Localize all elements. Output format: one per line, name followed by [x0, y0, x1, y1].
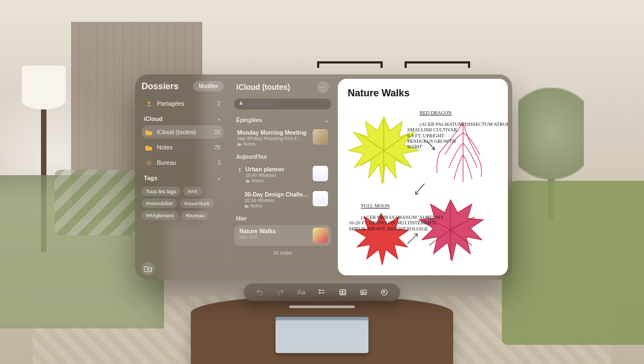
wall-frame	[317, 61, 383, 68]
tag-nourriture[interactable]: #nourriture	[180, 199, 214, 208]
note-item-nature-walks[interactable]: Nature Walks Hier #Art	[234, 225, 331, 246]
more-button[interactable]: ···	[471, 80, 485, 94]
window-actions: ···	[451, 80, 505, 94]
note-item-design-challenge[interactable]: 30-Day Design Challenge 10:34 #Bureau No…	[234, 188, 331, 211]
folder-icloud-all[interactable]: iCloud (toutes) 28	[142, 125, 224, 138]
chevron-down-icon: ⌄	[217, 175, 221, 181]
window-grab-handle[interactable]	[289, 305, 355, 308]
svg-point-7	[319, 292, 320, 293]
note-sketch-area[interactable]: RED DRAGON (ACER PALMATUM 'DISSECTUM ATR…	[348, 105, 498, 263]
note-title: Monday Morning Meeting	[237, 129, 309, 136]
note-meta: Hier #Policy #Housing #Art #…	[237, 136, 309, 141]
gear-icon	[145, 159, 153, 166]
wall-frame	[405, 61, 470, 68]
icloud-section-label: iCloud	[144, 115, 162, 122]
shared-indicator-icon	[237, 167, 242, 174]
folder-label: iCloud (toutes)	[157, 129, 196, 135]
folder-label: Notes	[157, 144, 173, 151]
mic-icon	[238, 101, 244, 107]
search-input[interactable]	[247, 101, 327, 107]
list-more-button[interactable]: ···	[317, 81, 329, 93]
note-meta: Hier #Art	[239, 234, 309, 240]
arrow-icon	[405, 230, 421, 247]
redo-button	[274, 287, 286, 297]
shared-icon	[145, 100, 153, 107]
note-thumbnail	[313, 191, 328, 206]
icloud-section-toggle[interactable]: iCloud ⌄	[142, 112, 224, 123]
shared-folder-row[interactable]: Partagées 2	[142, 97, 224, 110]
search-field[interactable]	[234, 99, 331, 109]
arrow-icon	[421, 137, 438, 154]
note-editor[interactable]: Nature Walks	[338, 79, 508, 275]
note-item-monday-meeting[interactable]: Monday Morning Meeting Hier #Policy #Hou…	[234, 126, 331, 149]
undo-button	[254, 287, 266, 297]
checklist-button[interactable]	[316, 287, 328, 297]
svg-point-10	[362, 291, 363, 292]
svg-point-3	[239, 169, 241, 170]
tags-container: Tous les tags #Art #Immobilier #nourritu…	[142, 184, 224, 222]
format-button[interactable]: Aa	[295, 287, 307, 297]
notes-list-column: iCloud (toutes) ··· Épinglées ⌄ Monday M…	[229, 74, 336, 280]
folder-icon	[145, 143, 153, 151]
folder-count: 28	[214, 145, 220, 151]
folder-bureau[interactable]: Bureau 3	[142, 156, 224, 169]
note-item-urban-planner[interactable]: Urban planner 10:40 #Bureau Notes	[234, 163, 331, 186]
annotation-title: FULL MOON	[361, 203, 390, 209]
note-title: 30-Day Design Challenge	[244, 191, 309, 198]
sidebar-title: Dossiers	[142, 82, 179, 91]
tag-reglement[interactable]: #Règlement	[142, 211, 178, 220]
folder-count: 28	[214, 129, 220, 135]
note-title: Urban planner	[245, 166, 309, 172]
new-folder-button[interactable]	[142, 262, 155, 275]
note-thumbnail	[313, 228, 328, 243]
floor-lamp	[11, 66, 77, 153]
group-label-text: Épinglées	[236, 117, 262, 123]
svg-point-1	[148, 161, 149, 163]
notes-window: Dossiers Modifier Partagées 2 iCloud ⌄ i…	[135, 74, 512, 280]
armchair	[502, 181, 644, 345]
tags-section-toggle[interactable]: Tags ⌄	[142, 171, 224, 182]
tag-art[interactable]: #Art	[183, 187, 201, 196]
arrow-icon	[412, 181, 429, 198]
note-thumbnail	[313, 129, 328, 145]
editor-toolbar: Aa	[244, 284, 400, 301]
note-title: Nature Walks	[239, 228, 309, 234]
share-button[interactable]	[451, 80, 465, 94]
shared-label: Partagées	[157, 100, 184, 107]
svg-rect-9	[361, 290, 367, 294]
compose-button[interactable]	[490, 80, 505, 94]
svg-point-0	[148, 101, 150, 103]
tags-section-label: Tags	[144, 175, 157, 181]
annotation-body: (ACER SHIRASAWANUM 'AUREUM') 16-20 FT. G…	[349, 215, 443, 232]
note-meta: 10:34 #Bureau	[244, 198, 309, 203]
note-folder: Notes	[237, 141, 309, 147]
group-yesterday[interactable]: Hier	[234, 213, 331, 223]
table-button[interactable]	[337, 287, 349, 297]
note-meta: 10:40 #Bureau	[245, 172, 309, 178]
tag-immobilier[interactable]: #Immobilier	[142, 199, 177, 208]
chevron-down-icon: ⌄	[325, 118, 329, 123]
group-label-text: Aujourd'hui	[236, 154, 267, 160]
folder-label: Bureau	[157, 159, 176, 166]
list-title: iCloud (toutes)	[236, 83, 290, 91]
tag-all[interactable]: Tous les tags	[142, 187, 180, 196]
group-pinned[interactable]: Épinglées ⌄	[234, 115, 331, 124]
group-today[interactable]: Aujourd'hui	[234, 152, 331, 161]
markup-button[interactable]	[378, 287, 390, 297]
annotation-full-moon: FULL MOON (ACER SHIRASAWANUM 'AUREUM') 1…	[349, 198, 447, 237]
folders-sidebar: Dossiers Modifier Partagées 2 iCloud ⌄ i…	[135, 74, 229, 280]
edit-button[interactable]: Modifier	[193, 81, 224, 91]
group-label-text: Hier	[236, 216, 247, 222]
notes-count: 28 notes	[234, 248, 331, 256]
note-folder: Notes	[245, 178, 309, 183]
sofa-cushion	[55, 170, 137, 235]
photo-button[interactable]	[358, 287, 370, 297]
folder-notes[interactable]: Notes 28	[142, 141, 224, 154]
annotation-title: RED DRAGON	[420, 110, 452, 115]
folder-icon	[145, 128, 153, 136]
note-folder: Notes	[244, 203, 309, 209]
svg-point-6	[319, 290, 320, 291]
folder-count: 3	[217, 160, 220, 166]
chevron-down-icon: ⌄	[217, 116, 221, 122]
tag-bureau[interactable]: #bureau	[181, 211, 209, 220]
